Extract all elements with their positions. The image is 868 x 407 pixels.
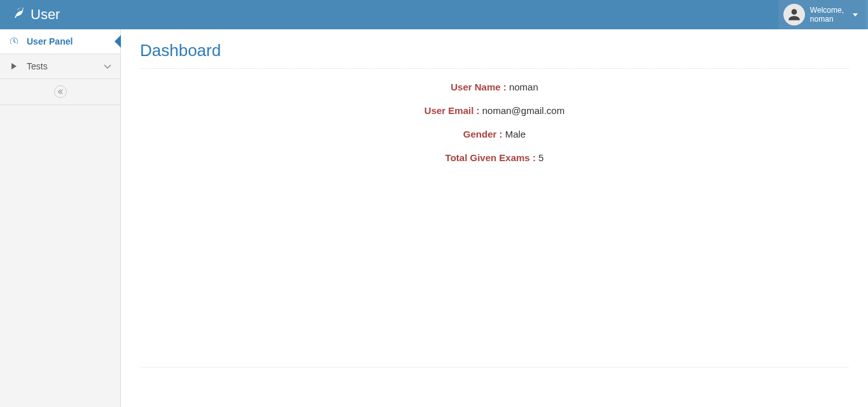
info-value: noman@gmail.com	[480, 105, 565, 116]
sidebar-collapse-toggle[interactable]	[0, 79, 120, 105]
sidebar-item-label: User Panel	[27, 36, 111, 46]
sidebar-item-user-panel[interactable]: User Panel	[0, 29, 120, 54]
chevron-double-left-icon	[54, 85, 67, 98]
footer-divider	[140, 367, 849, 368]
caret-right-icon	[9, 63, 19, 69]
divider	[140, 68, 849, 69]
info-value: 5	[536, 152, 544, 163]
welcome-label: Welcome,	[810, 6, 844, 15]
sidebar-item-tests[interactable]: Tests	[0, 54, 120, 79]
info-row-exams: Total Given Exams : 5	[140, 152, 849, 163]
welcome-username: noman	[810, 15, 844, 24]
info-row-gender: Gender : Male	[140, 129, 849, 139]
info-row-username: User Name : noman	[140, 82, 849, 92]
user-menu[interactable]: Welcome, noman	[778, 0, 865, 29]
brand[interactable]: User	[13, 6, 60, 23]
info-value: Male	[503, 129, 526, 139]
info-key: Total Given Exams :	[445, 152, 536, 163]
info-value: noman	[507, 82, 538, 92]
chevron-down-icon	[104, 61, 111, 71]
welcome-text: Welcome, noman	[810, 6, 844, 24]
svg-point-0	[792, 9, 797, 15]
info-row-email: User Email : noman@gmail.com	[140, 105, 849, 116]
avatar	[783, 4, 805, 25]
info-key: User Name :	[451, 82, 507, 92]
leaf-icon	[13, 6, 25, 23]
user-info: User Name : noman User Email : noman@gma…	[140, 82, 849, 163]
chevron-down-icon	[853, 13, 858, 17]
header-bar: User Welcome, noman	[0, 0, 868, 29]
sidebar: User Panel Tests	[0, 29, 121, 407]
main-content: Dashboard User Name : noman User Email :…	[121, 29, 868, 407]
dashboard-icon	[9, 36, 19, 46]
info-key: Gender :	[463, 129, 503, 139]
info-key: User Email :	[424, 105, 480, 116]
brand-label: User	[31, 6, 60, 23]
sidebar-item-label: Tests	[27, 61, 96, 71]
page-title: Dashboard	[140, 41, 849, 61]
